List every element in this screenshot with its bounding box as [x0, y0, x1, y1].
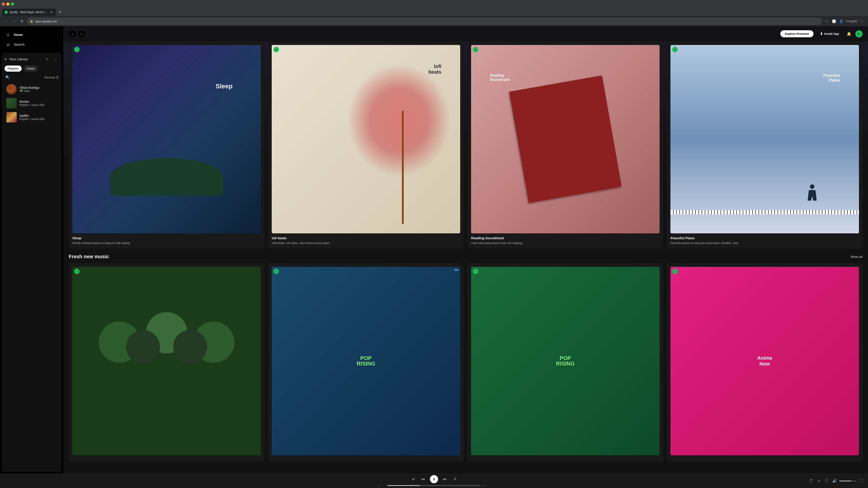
sidebar-item-home[interactable]: ⌂ Home	[3, 30, 61, 39]
player-center: ⇄ ⏮ ⏸ ⏭ ↺ -:-- -:--	[60, 475, 808, 487]
player-right: 🎵 ≡ 📱 🔊 ⛶	[808, 478, 864, 484]
sidebar-item-search[interactable]: ⌕ Search	[3, 39, 61, 49]
card-art-sleep: ♪ Sleep	[72, 45, 261, 233]
connect-devices-button[interactable]: 📱	[824, 478, 830, 484]
current-time-label: -:--	[377, 484, 385, 487]
volume-fill	[839, 481, 851, 482]
card-art-reading: ♪ ReadingSoundtrack	[471, 45, 659, 233]
menu-button[interactable]: ⋮	[859, 18, 865, 24]
svg-point-5	[126, 330, 160, 364]
progress-row: -:-- -:--	[377, 484, 491, 487]
library-item[interactable]: Olivia Rodrigo 🌱 Artist	[4, 82, 59, 96]
expand-library-button[interactable]: →	[52, 56, 59, 63]
window-minimize-button[interactable]	[6, 2, 9, 6]
install-app-label: Install App	[824, 32, 839, 35]
library-item-info: Rockin Playlist • Lauren Deli	[20, 100, 57, 107]
playlist-card-sleep[interactable]: ♪ Sleep Sleep Gentle Ambient piano to he…	[69, 41, 265, 248]
playlist-card-pop-rising-ph[interactable]: ♪ PH POPRISING	[268, 263, 464, 462]
address-bar[interactable]: 🔒 open.spotify.com	[27, 18, 822, 25]
library-items-list: Olivia Rodrigo 🌱 Artist Rockin Playlist …	[4, 82, 59, 469]
card-art-band: ♪	[72, 267, 261, 455]
card-title: Sleep	[72, 236, 261, 240]
playlist-art	[6, 112, 17, 123]
shuffle-button[interactable]: ⇄	[410, 476, 416, 482]
home-label: Home	[14, 33, 23, 37]
fresh-music-cards-grid: ♪	[69, 263, 863, 462]
browser-nav-right: ☆ ⬜ 👤 Incognito ⋮	[824, 18, 865, 24]
profile-button[interactable]: 👤	[838, 18, 844, 24]
playlist-card-band[interactable]: ♪	[69, 263, 265, 462]
library-search-row: 🔍 Recents ☰	[4, 74, 59, 80]
add-library-button[interactable]: +	[43, 56, 51, 63]
playlist-card-peaceful-piano[interactable]: ♪ PeacefulPiano Peaceful Piano Pe	[667, 41, 863, 248]
fresh-music-section-header: Fresh new music Show all	[69, 254, 863, 260]
install-app-button[interactable]: ⬇ Install App	[816, 30, 843, 38]
tab-close-button[interactable]: ✕	[50, 10, 53, 14]
previous-track-button[interactable]: ⏮	[420, 476, 426, 482]
card-desc: chill beats, lofi vibes, new tracks ever…	[272, 241, 460, 245]
spotify-logo-icon: ♪	[276, 48, 277, 51]
sleep-island-shape	[110, 158, 223, 196]
fullscreen-button[interactable]: ⛶	[858, 478, 864, 484]
card-title: Reading Soundtrack	[471, 236, 659, 240]
pop-rising-text: POPRISING	[556, 356, 575, 366]
spotify-logo-icon: ♪	[76, 48, 78, 51]
spotify-badge: ♪	[473, 47, 478, 52]
forward-button[interactable]: →	[11, 18, 17, 24]
back-button[interactable]: ←	[3, 18, 9, 24]
library-item[interactable]: Rockin Playlist • Lauren Deli	[4, 96, 59, 110]
library-actions: + →	[43, 56, 59, 63]
tab-bar: Spotify - Web Player: Music fo... ✕ +	[0, 8, 868, 16]
sleep-art-text: Sleep	[216, 83, 232, 90]
playlist-card-reading-soundtrack[interactable]: ♪ ReadingSoundtrack Reading Soundtrack C…	[467, 41, 663, 248]
piano-art-text: PeacefulPiano	[824, 73, 840, 83]
recents-sort-button[interactable]: Recents ☰	[44, 76, 59, 79]
your-library-button[interactable]: ≡ Your Library	[4, 57, 28, 62]
card-desc: Peaceful piano to help you slow down, br…	[671, 241, 859, 245]
bookmark-button[interactable]: ☆	[824, 18, 830, 24]
artists-filter-tab[interactable]: Artists	[24, 66, 38, 72]
pause-button[interactable]: ⏸	[430, 475, 438, 483]
reading-art-text: ReadingSoundtrack	[490, 73, 510, 82]
spotify-logo-icon: ♪	[76, 270, 78, 273]
back-nav-button[interactable]: ‹	[69, 30, 76, 37]
library-search-button[interactable]: 🔍	[4, 74, 11, 80]
now-playing-view-button[interactable]: 🎵	[808, 478, 814, 484]
library-item[interactable]: Swiftie Playlist • Lauren Deli	[4, 110, 59, 124]
repeat-button[interactable]: ↺	[452, 476, 458, 482]
main-content: ‹ › Explore Premium ⬇ Install App 🔔 L	[63, 26, 868, 474]
user-avatar[interactable]: L	[855, 30, 863, 37]
queue-button[interactable]: ≡	[816, 478, 822, 484]
playlists-filter-tab[interactable]: Playlists	[4, 66, 22, 72]
window-close-button[interactable]	[2, 2, 5, 6]
forward-nav-button[interactable]: ›	[78, 30, 85, 37]
extensions-button[interactable]: ⬜	[831, 18, 837, 24]
home-icon: ⌂	[5, 32, 11, 37]
new-tab-button[interactable]: +	[57, 9, 63, 15]
notification-button[interactable]: 🔔	[845, 30, 852, 37]
library-item-name: Olivia Rodrigo	[20, 86, 57, 90]
progress-bar[interactable]	[387, 485, 481, 486]
spotify-logo-icon: ♪	[475, 48, 476, 51]
playlist-card-lofi-beats[interactable]: ♪ lofibeats lofi beats chill beats, lofi…	[268, 41, 464, 248]
browser-tab[interactable]: Spotify - Web Player: Music fo... ✕	[2, 8, 56, 16]
spotify-badge: ♪	[274, 269, 279, 274]
piano-figure-shape	[803, 183, 821, 205]
refresh-button[interactable]: ↻	[19, 18, 25, 24]
card-art-pop-rising: ♪ POPRISING	[471, 267, 659, 455]
spotify-badge: ♪	[672, 269, 678, 274]
window-maximize-button[interactable]	[11, 2, 14, 6]
volume-button[interactable]: 🔊	[831, 478, 837, 484]
card-art-lofi: ♪ lofibeats	[272, 45, 460, 233]
explore-premium-button[interactable]: Explore Premium	[780, 30, 813, 37]
window-controls	[2, 2, 14, 6]
volume-slider[interactable]	[839, 481, 857, 482]
next-track-button[interactable]: ⏭	[442, 476, 448, 482]
fresh-music-title: Fresh new music	[69, 254, 109, 260]
playlist-card-anime-now[interactable]: ♪ AnimeNow	[667, 263, 863, 462]
recents-label: Recents	[44, 76, 55, 79]
playlist-card-pop-rising[interactable]: ♪ POPRISING	[467, 263, 663, 462]
search-nav-icon: ⌕	[5, 42, 11, 47]
show-all-button[interactable]: Show all	[850, 255, 863, 258]
playlist-art	[6, 98, 17, 108]
